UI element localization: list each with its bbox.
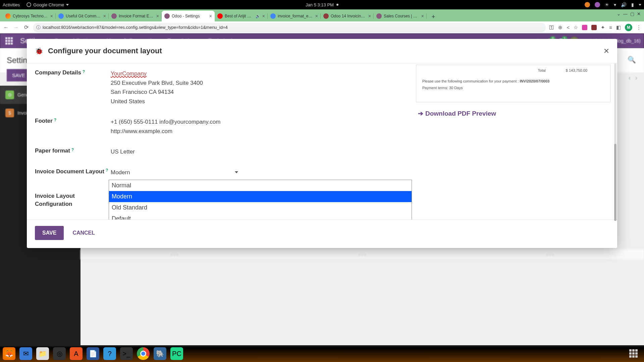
new-tab-button[interactable]: + [429, 12, 438, 21]
help-icon[interactable]: ? [71, 147, 74, 152]
bug-icon: 🐞 [35, 47, 43, 55]
browser-tab[interactable]: Best of Arijit Singh 🔊 × [215, 11, 268, 21]
share-icon[interactable]: < [567, 24, 570, 30]
layout-dropdown: Normal Modern Old Standard Default [109, 180, 412, 220]
side-panel-icon[interactable]: ◧ [616, 24, 621, 31]
nav-back-icon[interactable]: ← [3, 24, 9, 31]
browser-tab[interactable]: Odoo 14 Invoicing - O × [321, 11, 374, 21]
tab-search-icon[interactable]: ⌄ [617, 11, 621, 16]
footer-value[interactable]: +1 (650) 555-0111 info@yourcompany.com h… [111, 118, 410, 136]
window-close-icon[interactable]: ✕ [637, 11, 641, 16]
browser-tab[interactable]: Sales Courses | Odoo × [374, 11, 427, 21]
dropdown-option[interactable]: Old Standard [109, 202, 412, 213]
dock-firefox-icon[interactable]: 🦊 [3, 347, 15, 360]
show-applications-icon[interactable] [629, 349, 638, 358]
paper-format-value[interactable]: US Letter [111, 147, 410, 156]
browser-tab[interactable]: Useful Git Commands × [56, 11, 109, 21]
footer-line: http://www.example.com [111, 127, 410, 136]
brightness-icon[interactable]: ☀ [605, 2, 609, 7]
nav-reload-icon[interactable]: ⟳ [23, 24, 30, 31]
tab-close-icon[interactable]: × [50, 13, 53, 19]
clock[interactable]: Jan 5 3:13 PM [306, 2, 338, 7]
tab-close-icon[interactable]: × [315, 13, 318, 19]
zoom-icon[interactable]: ⊕ [558, 24, 562, 31]
dock-rhythmbox-icon[interactable]: ◎ [53, 347, 66, 360]
active-app-menu[interactable]: Google Chrome [26, 2, 69, 7]
dock-terminal-icon[interactable]: >_ [120, 347, 133, 360]
dock-pycharm-icon[interactable]: PC [170, 347, 183, 360]
browser-tab[interactable]: invoice_format_editor × [268, 11, 321, 21]
label-footer: Footer? [35, 118, 111, 136]
browser-tab[interactable]: Cybrosys Technologie × [3, 11, 56, 21]
label-paper-format: Paper format? [35, 147, 111, 156]
window-minimize-icon[interactable]: — [623, 11, 628, 16]
ext1-icon[interactable] [582, 25, 587, 30]
bookmark-icon[interactable]: ☆ [574, 24, 578, 31]
tab-label: Sales Courses | Odoo [384, 14, 419, 18]
tab-close-icon[interactable]: × [209, 13, 212, 19]
battery-icon[interactable]: ▮ [631, 2, 634, 7]
tab-audio-icon[interactable]: 🔊 [256, 14, 260, 18]
modal-body: Company Details? YourCompany 250 Executi… [27, 63, 617, 220]
layout-select[interactable]: Modern [111, 168, 238, 178]
dock-software-icon[interactable]: A [70, 347, 83, 360]
dock-writer-icon[interactable]: 📄 [87, 347, 99, 360]
save-button[interactable]: SAVE [35, 226, 64, 240]
tab-label: Invoice Format Editor [119, 14, 154, 18]
footer-line: +1 (650) 555-0111 info@yourcompany.com [111, 118, 410, 126]
browser-tab[interactable]: Invoice Format Editor × [109, 11, 162, 21]
cancel-button[interactable]: CANCEL [69, 226, 98, 240]
os-dock: 🦊 ✉ 📁 ◎ A 📄 ? >_ 🐘 PC [0, 345, 644, 362]
tab-close-icon[interactable]: × [421, 13, 424, 19]
dropdown-option[interactable]: Default [109, 213, 412, 220]
odoo-icon [376, 13, 382, 19]
nav-forward-icon[interactable]: → [13, 24, 19, 31]
reading-list-icon[interactable]: ≡ [609, 24, 612, 30]
chrome-menu-icon[interactable]: ⋮ [636, 24, 641, 31]
help-icon[interactable]: ? [83, 69, 85, 74]
dock-files-icon[interactable]: 📁 [36, 347, 49, 360]
tab-close-icon[interactable]: × [156, 13, 159, 19]
help-icon[interactable]: ? [106, 168, 108, 173]
help-icon[interactable]: ? [54, 118, 56, 122]
tab-label: Odoo 14 Invoicing - O [331, 14, 366, 18]
company-details-value[interactable]: YourCompany 250 Executive Park Blvd, Sui… [111, 69, 410, 106]
ext2-icon[interactable] [591, 25, 597, 30]
company-address-line: San Francisco CA 94134 [111, 88, 410, 97]
dock-thunderbird-icon[interactable]: ✉ [19, 347, 32, 360]
browser-tab-strip: Cybrosys Technologie × Useful Git Comman… [0, 9, 644, 21]
url-text: localhost:8016/web#action=87&model=res.c… [43, 25, 228, 30]
tab-label: Best of Arijit Singh [225, 14, 254, 18]
profile-avatar[interactable]: M [625, 24, 632, 31]
odoo-icon [164, 13, 170, 19]
scrollbar-thumb[interactable] [614, 144, 616, 221]
browser-tab-active[interactable]: Odoo - Settings × [162, 11, 215, 21]
window-maximize-icon[interactable]: ▢ [630, 11, 634, 16]
tab-close-icon[interactable]: × [368, 13, 371, 19]
password-icon[interactable]: ⚿ [549, 24, 554, 30]
dropdown-option[interactable]: Normal [109, 180, 412, 191]
wifi-icon[interactable]: ▾ [614, 2, 616, 7]
modal-header: 🐞 Configure your document layout × [27, 39, 617, 63]
tray-icon-2[interactable] [595, 2, 600, 7]
tab-close-icon[interactable]: × [103, 13, 106, 19]
dock-pgadmin-icon[interactable]: 🐘 [154, 347, 166, 360]
download-pdf-link[interactable]: ➔ Download PDF Preview [416, 110, 610, 117]
activities-button[interactable]: Activities [3, 2, 20, 7]
close-icon[interactable]: × [604, 46, 609, 56]
address-bar: ← → ⟳ ⓘ localhost:8016/web#action=87&mod… [0, 21, 644, 34]
url-input[interactable]: ⓘ localhost:8016/web#action=87&model=res… [33, 23, 546, 32]
tab-close-icon[interactable]: × [262, 13, 265, 19]
power-menu-icon[interactable] [639, 4, 641, 6]
dock-chrome-icon[interactable] [137, 347, 150, 360]
site-info-icon[interactable]: ⓘ [36, 24, 41, 31]
tray-icon-1[interactable] [585, 2, 590, 7]
volume-icon[interactable]: 🔊 [621, 2, 627, 7]
extensions-icon[interactable]: ✦ [601, 24, 605, 31]
system-tray[interactable]: ☀ ▾ 🔊 ▮ [585, 2, 641, 7]
select-value: Modern [111, 168, 130, 177]
dropdown-option-selected[interactable]: Modern [109, 191, 412, 202]
triangle-down-icon [66, 4, 69, 6]
tab-label: Cybrosys Technologie [13, 14, 48, 18]
dock-help-icon[interactable]: ? [103, 347, 116, 360]
